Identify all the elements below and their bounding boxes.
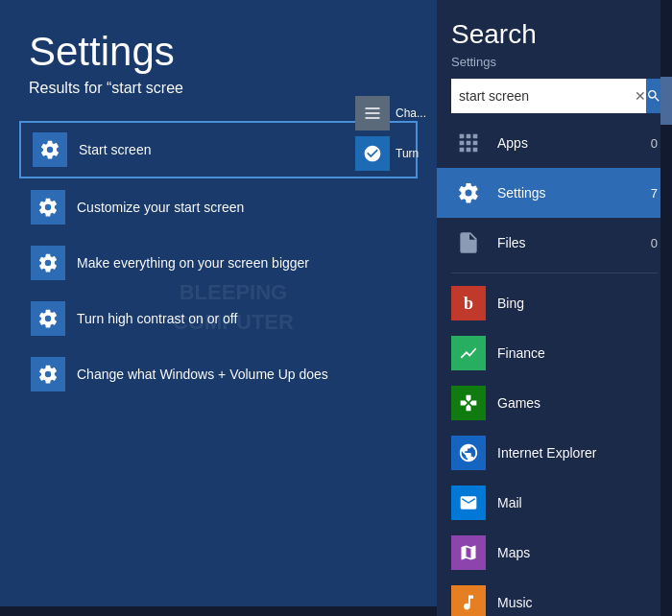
search-header: Search Settings ✕: [437, 0, 672, 118]
right-icon-2: [355, 136, 390, 171]
bottom-scrollbar[interactable]: [0, 606, 437, 616]
music-label: Music: [497, 595, 658, 610]
app-mail[interactable]: Mail: [437, 478, 672, 528]
gear-icon-volume: [31, 357, 65, 391]
settings-item-contrast[interactable]: Turn high contrast on or off: [19, 292, 418, 345]
app-bing[interactable]: b Bing: [437, 278, 672, 328]
games-label: Games: [497, 395, 658, 411]
gear-icon-contrast: [31, 301, 65, 336]
search-input-row: ✕: [451, 79, 658, 113]
music-icon: [451, 585, 486, 616]
app-ie[interactable]: Internet Explorer: [437, 428, 672, 478]
finance-icon: [451, 336, 486, 370]
bigger-label: Make everything on your screen bigger: [77, 255, 309, 271]
settings-count: 7: [651, 186, 658, 201]
right-item-2[interactable]: Turn: [355, 136, 437, 171]
right-label-2: Turn: [396, 147, 419, 160]
settings-item-volume[interactable]: Change what Windows + Volume Up does: [19, 347, 418, 401]
ie-label: Internet Explorer: [497, 445, 658, 461]
finance-label: Finance: [497, 345, 658, 361]
contrast-label: Turn high contrast on or off: [77, 311, 237, 326]
volume-label: Change what Windows + Volume Up does: [77, 367, 328, 382]
category-list: Apps 0 Settings 7 Files 0: [437, 118, 672, 616]
search-input[interactable]: [451, 79, 635, 113]
app-maps[interactable]: Maps: [437, 528, 672, 578]
category-settings[interactable]: Settings 7: [437, 168, 672, 218]
files-label: Files: [497, 235, 639, 250]
settings-category-icon: [451, 176, 486, 210]
category-files[interactable]: Files 0: [437, 218, 672, 268]
scrollbar-track: [660, 0, 672, 616]
page-title: Settings: [0, 0, 437, 80]
right-label-1: Cha...: [396, 107, 426, 120]
settings-cat-label: Settings: [497, 185, 639, 201]
search-title: Search: [451, 19, 658, 50]
search-panel: Search Settings ✕ Apps 0: [437, 0, 672, 616]
right-item-1[interactable]: Cha...: [355, 96, 437, 130]
search-go-button[interactable]: [646, 79, 661, 113]
mail-label: Mail: [497, 495, 658, 510]
mail-icon: [451, 486, 486, 520]
app-music[interactable]: Music: [437, 578, 672, 616]
maps-label: Maps: [497, 545, 658, 560]
files-count: 0: [651, 236, 658, 250]
bing-label: Bing: [497, 296, 658, 311]
app-finance[interactable]: Finance: [437, 328, 672, 378]
category-apps[interactable]: Apps 0: [437, 118, 672, 168]
divider: [451, 272, 658, 273]
overflow-items: Cha... Turn: [355, 96, 437, 177]
files-icon: [451, 225, 486, 260]
settings-item-bigger[interactable]: Make everything on your screen bigger: [19, 236, 418, 290]
gear-icon-customize: [31, 190, 65, 225]
customize-label: Customize your start screen: [77, 200, 244, 215]
app-games[interactable]: Games: [437, 378, 672, 428]
main-area: Settings Results for “start scree Start …: [0, 0, 437, 616]
gear-icon-bigger: [31, 246, 65, 280]
start-screen-label: Start screen: [79, 142, 151, 157]
apps-count: 0: [651, 136, 658, 151]
ie-icon: [451, 436, 486, 470]
apps-label: Apps: [497, 135, 639, 151]
games-icon: [451, 386, 486, 420]
settings-item-customize[interactable]: Customize your start screen: [19, 180, 418, 234]
apps-icon: [451, 126, 486, 160]
gear-icon-start: [33, 132, 67, 167]
search-context: Settings: [451, 55, 658, 69]
bing-icon: b: [451, 286, 486, 320]
search-clear-button[interactable]: ✕: [635, 79, 646, 113]
right-icon-1: [355, 96, 390, 130]
scrollbar-thumb[interactable]: [660, 77, 672, 125]
maps-icon: [451, 535, 486, 570]
